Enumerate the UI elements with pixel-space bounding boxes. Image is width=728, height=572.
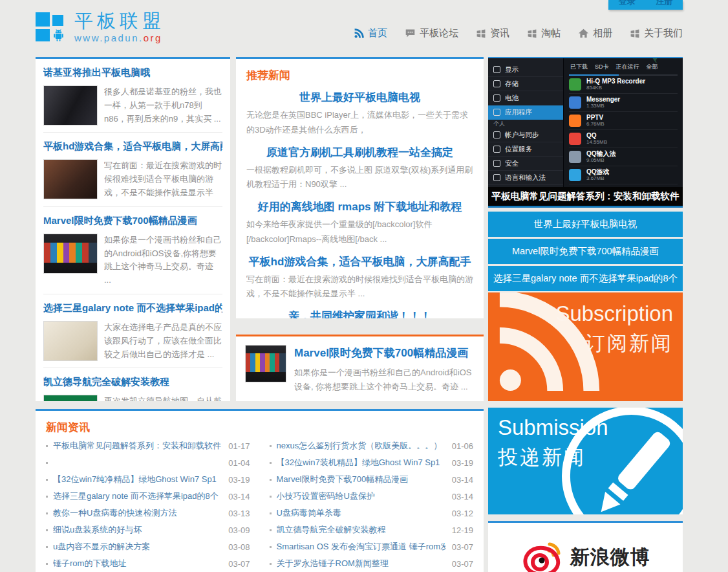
nav-item[interactable]: 平板论坛: [405, 27, 458, 39]
bullet-icon: [270, 479, 272, 481]
news-row: 【32位win7纯净精品】绿地Ghost Win7 Sp1 03-19: [46, 471, 250, 488]
article-summary: 写在前面：最近在搜索游戏的时候很难找到适合平板电脑的游戏，不是不能操作就是显示半: [104, 159, 222, 199]
bullet-icon: [270, 496, 272, 498]
news-link[interactable]: 锤子rom的下载地址: [53, 558, 222, 569]
hot-link-button[interactable]: 选择三星galary note 而不选择苹果ipad的8个: [488, 266, 683, 291]
news-link[interactable]: 平板电脑常见问题解答系列：安装和卸载软件: [53, 440, 222, 452]
news-link[interactable]: 选择三星galary note 而不选择苹果ipad的8个: [53, 490, 222, 502]
nav-item[interactable]: 资讯: [476, 27, 509, 39]
bullet-icon: [46, 479, 48, 481]
site-logo[interactable]: 平板联盟 www.padun.org: [36, 11, 165, 43]
recommended-news-title: 推荐新闻: [246, 68, 473, 83]
image-slider[interactable]: 显示 存储 电池 应用程序 个人: [488, 57, 683, 208]
nav-item[interactable]: 关于我们: [630, 27, 683, 39]
settings-menu-item: 显示: [488, 63, 563, 77]
app-size: 6.76MB: [586, 122, 605, 127]
news-link[interactable]: 教你一种U盘病毒的快速检测方法: [53, 507, 222, 519]
article-title[interactable]: 平板hd游戏合集，适合平板电脑，大屏高配: [43, 140, 222, 153]
news-link[interactable]: Smartisan OS 发布会淘宝订票通道 锤子rom发: [277, 541, 445, 553]
android-icon: [51, 27, 66, 43]
featured-thumbnail[interactable]: [245, 345, 286, 382]
settings-item-label: 存储: [505, 80, 519, 89]
article-title[interactable]: 诺基亚将推出平板电脑哦: [43, 67, 222, 79]
recommended-item-title[interactable]: 好用的离线地图 rmaps 附下载地址和教程: [246, 199, 473, 214]
subscription-banner[interactable]: Subscription 订阅新闻: [488, 292, 683, 401]
news-date: 01-04: [228, 458, 250, 468]
news-link[interactable]: 小技巧设置密码给U盘保护: [277, 490, 445, 502]
recommended-item-title[interactable]: 原道官方刷机工具刷机教程一站全搞定: [246, 145, 473, 160]
article-summary: 如果你是一个漫画书粉丝和自己的Android和iOS设备,你将想要跳上这个神奇马…: [104, 234, 222, 287]
settings-menu-item: 电池: [488, 91, 563, 105]
recommended-news-panel: 推荐新闻 世界上最好平板电脑电视 无论您是在英国BBC iPlayer上，流媒体…: [236, 57, 484, 318]
register-link[interactable]: 注册: [656, 0, 672, 6]
article-thumbnail[interactable]: [43, 234, 98, 274]
settings-item-icon: [493, 80, 500, 87]
article-title[interactable]: 凯立德导航完全破解安装教程: [43, 376, 222, 388]
apps-tab: 正在运行: [616, 63, 639, 71]
nav-item[interactable]: 淘帖: [527, 27, 561, 39]
bullet-icon: [270, 462, 272, 464]
news-link[interactable]: 【32位win7装机精品】绿地Ghost Win7 Sp1: [277, 457, 445, 468]
bullet-icon: [270, 512, 272, 514]
apps-tab: 全部: [647, 63, 658, 71]
news-row: 锤子rom的下载地址 03-07: [46, 555, 250, 572]
article-title[interactable]: Marvel限时免费下载700幅精品漫画: [43, 215, 222, 227]
recommended-item: 世界上最好平板电脑电视 无论您是在英国BBC iPlayer上，流媒体电影，一些…: [246, 90, 473, 138]
news-row: Marvel限时免费下载700幅精品漫画 03-14: [270, 471, 474, 488]
nav-item-icon: [527, 28, 537, 39]
settings-item-label: 电池: [505, 94, 519, 103]
apps-tab: SD卡: [595, 63, 609, 71]
hot-link-button[interactable]: 世界上最好平板电脑电视: [488, 212, 683, 237]
news-row: nexus怎么鉴别行货水货（欧版美版。。。） 01-06: [270, 437, 474, 454]
submission-banner[interactable]: Submission 投递新闻: [488, 408, 683, 514]
news-link[interactable]: nexus怎么鉴别行货水货（欧版美版。。。）: [277, 440, 445, 452]
article-thumbnail[interactable]: [43, 159, 98, 199]
news-link[interactable]: 凯立德导航完全破解安装教程: [277, 524, 445, 536]
news-link[interactable]: 关于罗永浩锤子ROM新闻整理: [277, 558, 445, 569]
news-row: u盘内容不显示的解决方案 03-08: [46, 538, 250, 555]
main-nav: 首页 平板论坛 资讯: [354, 27, 683, 39]
recommended-item-title[interactable]: 亲，共同维护家园和谐！！！: [246, 309, 473, 318]
rss-icon: [354, 28, 364, 39]
article-summary: 再次发凯立德导航地图，自从戴上它去哪都有安全感啊。路痴伤不起 啊A2207自带高…: [104, 395, 222, 401]
news-link[interactable]: Marvel限时免费下载700幅精品漫画: [277, 474, 445, 485]
news-link[interactable]: 【32位win7纯净精品】绿地Ghost Win7 Sp1: [53, 474, 222, 485]
settings-item-label: 应用程序: [505, 108, 532, 117]
settings-menu-item: 个人: [488, 120, 563, 128]
app-icon: [569, 96, 581, 109]
nav-item[interactable]: 首页: [354, 27, 387, 39]
hot-link-button[interactable]: Marvel限时免费下载700幅精品漫画: [488, 239, 683, 264]
news-row: Smartisan OS 发布会淘宝订票通道 锤子rom发 03-07: [270, 538, 474, 555]
app-row: PPTV 6.76MB: [569, 112, 678, 130]
news-panel: 新闻资讯 平板电脑常见问题解答系列：安装和卸载软件 01-17 01-04: [36, 409, 484, 572]
settings-item-label: 安全: [505, 159, 519, 168]
nav-item[interactable]: 相册: [578, 27, 612, 39]
recommended-item: 亲，共同维护家园和谐！！！ 本版禁广告！！！牛皮癣！！！！详细版规正在制定，亲们…: [246, 309, 473, 318]
article-summary: 很多人都是诺基亚的粉丝，我也一样，从第一款手机n78到n86，再到后来的n9，其…: [104, 85, 222, 126]
weibo-widget[interactable]: 新浪微博: [488, 521, 683, 572]
news-link[interactable]: U盘病毒简单杀毒: [277, 507, 445, 519]
bullet-icon: [270, 445, 272, 447]
news-date: 03-07: [452, 559, 473, 569]
article-thumbnail[interactable]: [43, 395, 98, 401]
news-column-right: nexus怎么鉴别行货水货（欧版美版。。。） 01-06 【32位win7装机精…: [270, 437, 474, 572]
nav-item-label: 关于我们: [644, 27, 683, 39]
app-row: Hi-Q MP3 Recorder 854KB: [569, 76, 678, 94]
slider-caption[interactable]: 平板电脑常见问题解答系列：安装和卸载软件: [488, 187, 683, 206]
news-link[interactable]: 细说u盘装系统的好与坏: [53, 524, 222, 536]
news-date: 03-13: [228, 509, 250, 518]
nav-item-icon: [476, 28, 486, 39]
settings-item-label: 个人: [493, 120, 505, 128]
featured-title[interactable]: Marvel限时免费下载700幅精品漫画: [294, 346, 475, 360]
article-thumbnail[interactable]: [43, 321, 98, 361]
apps-panel: 已下载SD卡正在运行全部 Hi-Q MP3 Recorder 854KB: [564, 58, 683, 187]
news-link[interactable]: u盘内容不显示的解决方案: [53, 541, 222, 553]
nav-item-icon: [405, 28, 416, 39]
article-thumbnail[interactable]: [43, 85, 98, 126]
recommended-item-title[interactable]: 世界上最好平板电脑电视: [246, 90, 473, 105]
recommended-item-title[interactable]: 平板hd游戏合集，适合平板电脑，大屏高配手: [246, 254, 473, 269]
pencil-circle-icon: [555, 408, 683, 514]
login-link[interactable]: 登录: [619, 0, 636, 6]
article-title[interactable]: 选择三星galary note 而不选择苹果ipad的8: [43, 302, 222, 314]
news-row: 平板电脑常见问题解答系列：安装和卸载软件 01-17: [46, 437, 250, 454]
